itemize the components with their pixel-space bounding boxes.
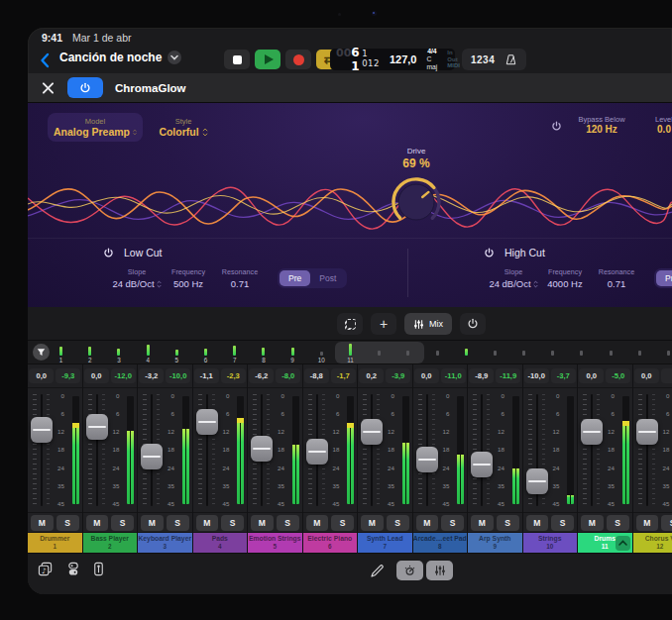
fader-handle[interactable]	[526, 468, 548, 494]
pencil-icon[interactable]	[370, 564, 385, 578]
pre-button[interactable]: Pre	[280, 270, 310, 286]
plugin-power-button[interactable]	[67, 77, 103, 98]
overview-meter[interactable]: 8	[249, 341, 278, 364]
overview-meter[interactable]	[393, 341, 422, 364]
mute-button[interactable]: M	[581, 515, 604, 531]
volume-value[interactable]: -8,0	[276, 368, 300, 383]
pan-value[interactable]: 0,0	[29, 368, 54, 383]
pan-value[interactable]: 0,0	[84, 368, 109, 383]
mute-button[interactable]: M	[196, 515, 219, 531]
connections-icon[interactable]	[66, 562, 80, 576]
fader-handle[interactable]	[86, 414, 108, 440]
volume-value[interactable]: -11,0	[441, 368, 466, 383]
high-cut-power-icon[interactable]	[484, 248, 495, 258]
add-track-button[interactable]: +	[371, 313, 396, 335]
volume-value[interactable]: -3,7	[551, 368, 576, 383]
overview-meter[interactable]	[654, 341, 672, 364]
volume-value[interactable]: -5,0	[606, 368, 630, 383]
solo-button[interactable]: S	[167, 515, 189, 531]
mute-button[interactable]: M	[526, 515, 549, 531]
mix-view-button[interactable]: Mix	[404, 313, 452, 335]
mute-button[interactable]: M	[251, 515, 274, 531]
record-button[interactable]	[285, 50, 311, 69]
low-cut-slope[interactable]: Slope 24 dB/Oct	[111, 267, 163, 289]
pan-value[interactable]: 0,0	[579, 368, 604, 383]
fader-handle[interactable]	[581, 419, 603, 445]
mute-button[interactable]: M	[141, 515, 164, 531]
lcd-display[interactable]: 00 6 1 1 012 127,0 4/4 C maj In Out MIDI	[330, 49, 455, 70]
track-tile[interactable]: Pads 4	[193, 533, 248, 553]
overview-meter[interactable]	[422, 341, 451, 364]
pan-value[interactable]: 0,0	[634, 368, 659, 383]
track-tile[interactable]: Bass Player 2	[83, 533, 138, 553]
volume-value[interactable]: -11,9	[496, 368, 520, 383]
pan-value[interactable]: 0,2	[359, 368, 384, 383]
overview-meter[interactable]	[625, 341, 654, 364]
style-selector[interactable]: Style Colorful	[149, 113, 218, 142]
fader-handle[interactable]	[416, 447, 438, 472]
overview-meter[interactable]	[567, 341, 596, 364]
overview-meter[interactable]: 1	[47, 341, 75, 364]
pan-value[interactable]: -10,0	[524, 368, 549, 383]
overview-meter[interactable]	[538, 341, 567, 364]
volume-value[interactable]: -2,3	[221, 368, 246, 383]
stop-button[interactable]	[224, 50, 250, 69]
volume-value[interactable]: -9,3	[56, 368, 80, 383]
solo-button[interactable]: S	[661, 515, 672, 531]
mute-button[interactable]: M	[636, 515, 659, 531]
duplicate-button[interactable]	[337, 313, 363, 335]
chevron-up-button[interactable]	[616, 536, 630, 551]
play-button[interactable]	[255, 50, 280, 69]
volume-value[interactable]: -3,9	[386, 368, 410, 383]
track-tile[interactable]: Arcade…eet Pad 8	[413, 533, 468, 553]
pan-value[interactable]: -8,8	[304, 368, 329, 383]
solo-button[interactable]: S	[387, 515, 409, 531]
overview-meter[interactable]	[481, 341, 509, 364]
fader-handle[interactable]	[141, 444, 163, 469]
solo-button[interactable]: S	[221, 515, 244, 531]
pan-value[interactable]: 0,0	[414, 368, 439, 383]
pan-value[interactable]: -1,1	[194, 368, 219, 383]
chevron-down-icon[interactable]	[168, 51, 181, 64]
overview-meter[interactable]: 5	[163, 341, 191, 364]
low-cut-frequency[interactable]: Frequency 500 Hz	[163, 267, 214, 289]
loop-browser-icon[interactable]: ♪	[38, 562, 54, 576]
fader-handle[interactable]	[306, 439, 328, 465]
track-tile[interactable]: Arp Synth 9	[468, 533, 522, 553]
solo-button[interactable]: S	[607, 515, 629, 531]
overview-meter[interactable]: 9	[279, 341, 307, 364]
song-title-menu[interactable]: Canción de noche	[59, 51, 181, 64]
solo-button[interactable]: S	[497, 515, 519, 531]
solo-button[interactable]: S	[111, 515, 134, 531]
overview-meter[interactable]	[452, 341, 481, 364]
fader-handle[interactable]	[31, 417, 53, 443]
pan-value[interactable]: -6,2	[249, 368, 274, 383]
overview-meter[interactable]: 3	[104, 341, 133, 364]
fader-handle[interactable]	[251, 436, 273, 462]
track-tile[interactable]: Drummer 1	[28, 533, 82, 553]
overview-meter[interactable]: 2	[75, 341, 104, 364]
mixer-view-button[interactable]	[426, 561, 453, 580]
controls-view-button[interactable]	[396, 561, 423, 580]
volume-value[interactable]: -10,0	[166, 368, 190, 383]
post-button[interactable]: Post	[310, 270, 345, 286]
track-tile[interactable]: Chorus V 12	[633, 533, 672, 553]
low-cut-resonance[interactable]: Resonance 0.71	[214, 267, 266, 289]
high-cut-frequency[interactable]: Frequency 4000 Hz	[539, 267, 591, 289]
pre-button[interactable]: Pre	[656, 270, 672, 286]
high-cut-resonance[interactable]: Resonance 0.71	[591, 267, 642, 289]
level-strip-icon[interactable]	[93, 562, 104, 576]
overview-meter[interactable]: 10	[307, 341, 336, 364]
mute-button[interactable]: M	[361, 515, 384, 531]
mixer-power-button[interactable]	[460, 313, 486, 335]
volume-value[interactable]: -1,7	[331, 368, 356, 383]
track-tile[interactable]: Emotion Strings 5	[248, 533, 302, 553]
mute-button[interactable]: M	[86, 515, 109, 531]
bypass-below-control[interactable]: Bypass Below 120 Hz	[571, 115, 632, 135]
overview-meter[interactable]: 7	[220, 341, 249, 364]
track-tile[interactable]: Strings 10	[523, 533, 578, 553]
mute-button[interactable]: M	[471, 515, 494, 531]
level-control[interactable]: Level 0.0	[634, 115, 672, 135]
mute-button[interactable]: M	[306, 515, 329, 531]
mute-button[interactable]: M	[416, 515, 439, 531]
